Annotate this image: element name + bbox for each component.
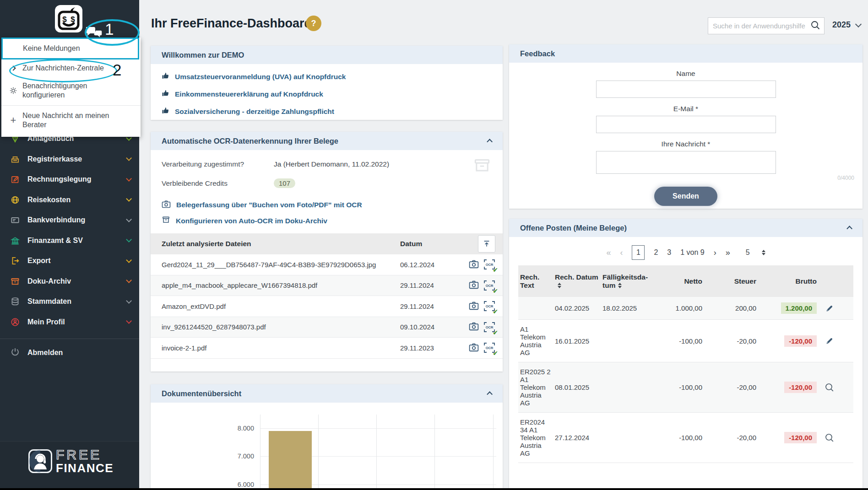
file-row[interactable]: invoice-2-1.pdf 29.11.2023 OCR✔ [151,338,503,359]
col-brutto[interactable]: Brutto [758,272,819,291]
chevron-down-icon[interactable] [126,216,132,222]
message-label: Ihre Nachricht * [662,140,711,148]
link-est[interactable]: Einkommensteuererklärung auf Knopfdruck [162,89,492,99]
netto: -100,00 [654,378,704,397]
next-page-button[interactable]: › [714,248,716,258]
sidebar-item-registrierkasse[interactable]: Registrierkasse [0,149,139,170]
dropdown-item-new-message[interactable]: + Neue Nachricht an meinen Berater [1,107,141,134]
edit-icon[interactable] [819,298,841,318]
sidebar-item-rechnungslegung[interactable]: Rechnungslegung [0,169,139,190]
chevron-down-icon[interactable] [126,176,132,182]
rech-text: ER2024 34 A1 Telekom Austria AG [518,413,553,463]
credits-row: Verbleibende Credits 107 [162,178,492,188]
link-photo-ocr[interactable]: Belegerfassung über "Buchen vom Foto/PDF… [162,200,492,210]
first-page-button[interactable]: « [606,248,611,258]
search-icon[interactable] [810,20,820,32]
year-value: 2025 [832,20,851,30]
chevron-down-icon[interactable] [126,277,132,283]
ocr-status-icon[interactable]: OCR✔ [483,259,495,270]
link-sv[interactable]: Sozialversicherung - derzeitige Zahlungs… [162,107,492,116]
file-row[interactable]: Amazon_extDVD.pdf 29.11.2024 OCR✔ [151,296,503,317]
steuer: 200,00 [704,299,758,318]
send-button[interactable]: Senden [654,187,717,206]
name-field[interactable] [596,81,776,98]
camera-icon[interactable] [469,322,479,332]
chevron-down-icon [855,21,862,27]
sidebar-item-label: Registrierkasse [27,155,127,163]
search-input[interactable] [708,22,810,30]
page-3-button[interactable]: 3 [667,248,671,257]
col-netto[interactable]: Netto [654,272,704,291]
camera-icon[interactable] [469,301,479,312]
open-item-row: A1 Telekom Austria AG 16.01.2025 -100,00… [518,320,853,362]
col-faelligkeitsdatum[interactable]: Fälligkeitsda-tum [601,268,654,295]
configure-notifications-label: Benachrichtigungen konfigurieren [22,81,114,100]
link-uva[interactable]: Umsatzsteuervoranmeldung (UVA) auf Knopf… [162,72,492,81]
file-row[interactable]: Gerd2024_11_29___DB756487-79AF-49C4-B3B9… [151,254,503,275]
chevron-down-icon[interactable] [126,318,132,324]
year-selector[interactable]: 2025 [832,20,861,30]
chevron-down-icon[interactable] [126,298,132,304]
file-name: inv_9261244520_6287948073.pdf [162,323,400,331]
dropdown-item-message-center[interactable]: Zur Nachrichten-Zentrale [1,59,141,77]
prev-page-button[interactable]: ‹ [620,248,623,258]
upload-button[interactable] [478,235,495,253]
file-row[interactable]: apple_m4_macbook_applecare_W1667394818.p… [151,275,503,296]
collapse-icon[interactable] [487,392,493,398]
view-icon[interactable] [819,377,841,398]
sidebar-item-mein-profil[interactable]: Mein Profil [0,312,139,333]
col-rech-text[interactable]: Rech. Text [518,268,553,295]
faelligkeitsdatum: 18.02.2025 [601,299,654,318]
edit-icon[interactable] [819,331,841,351]
thumbs-up-icon [162,107,169,116]
last-page-button[interactable]: » [726,248,730,258]
ocr-status-icon[interactable]: OCR✔ [483,342,495,353]
rech-text: A1 Telekom Austria AG [518,320,553,362]
collapse-icon[interactable] [846,226,852,232]
dropdown-item-configure-notifications[interactable]: Benachrichtigungen konfigurieren [1,77,141,104]
check-icon: ✔ [493,329,498,336]
ocr-status-icon[interactable]: OCR✔ [483,322,495,333]
sidebar-item-label: Finanzamt & SV [27,237,127,245]
col-rech-datum[interactable]: Rech. Datum [553,268,601,295]
collapse-icon[interactable] [487,139,493,145]
col-steuer[interactable]: Steuer [704,272,758,291]
chevron-down-icon[interactable] [126,257,132,263]
sidebar-item-finanzamt-sv[interactable]: Finanzamt & SV [0,231,139,251]
email-field[interactable] [596,116,776,133]
sidebar-item-stammdaten[interactable]: Stammdaten [0,291,139,312]
sidebar-item-export[interactable]: Export [0,251,139,271]
page-2-button[interactable]: 2 [654,248,658,257]
page-1-button[interactable]: 1 [632,245,645,260]
globe-icon [10,195,21,205]
archive-watermark-icon [472,156,492,177]
file-row[interactable]: inv_9261244520_6287948073.pdf 09.10.2024… [151,317,503,338]
ocr-status-icon[interactable]: OCR✔ [483,280,495,291]
view-icon[interactable] [819,427,841,448]
chevron-down-icon[interactable] [126,155,132,161]
netto: -100,00 [654,428,704,447]
documents-chart-card: Dokumentenübersicht 8.000 7.000 6.000 [151,384,503,490]
chevron-down-icon[interactable] [126,196,132,202]
chart-bar[interactable] [269,431,312,490]
sidebar-item-reisekosten[interactable]: Reisekosten [0,190,139,210]
logout-button[interactable]: Abmelden [0,343,139,363]
camera-icon[interactable] [469,259,479,270]
chevron-down-icon[interactable] [126,237,132,242]
open-items-card-header: Offene Posten (Meine Belege) [509,219,863,237]
pagination: « ‹ 1 2 3 1 von 9 › » 5 [509,245,863,260]
ocr-status-icon[interactable]: OCR✔ [483,301,495,312]
col-date: Datum [400,240,455,248]
link-auto-ocr-config[interactable]: Konfigurieren von Auto-OCR im Doku-Archi… [162,215,492,226]
page-size-selector-icon[interactable] [762,250,765,255]
message-field[interactable] [596,151,776,174]
help-icon[interactable]: ? [306,16,321,31]
sidebar-item-bankverbindung[interactable]: Bankverbindung [0,210,139,231]
sidebar-item-doku-archiv[interactable]: Doku-Archiv [0,271,139,292]
page-size-value[interactable]: 5 [746,248,750,257]
camera-icon[interactable] [469,343,479,353]
camera-icon[interactable] [469,280,479,291]
open-items-card: Offene Posten (Meine Belege) « ‹ 1 2 3 1… [509,219,863,490]
steuer: -20,00 [704,332,758,350]
open-item-row: ER2024 34 A1 Telekom Austria AG 27.12.20… [518,413,853,463]
